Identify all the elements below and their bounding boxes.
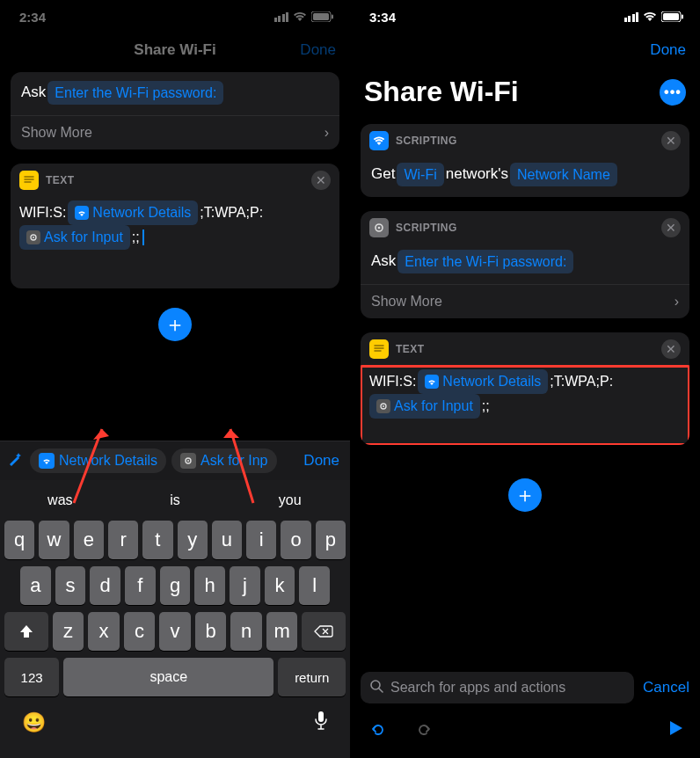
key-f[interactable]: f xyxy=(125,566,156,605)
key-q[interactable]: q xyxy=(4,521,34,559)
search-input[interactable]: Search for apps and actions xyxy=(361,672,634,703)
undo-button[interactable] xyxy=(366,718,390,742)
network-details-token[interactable]: Network Details xyxy=(68,200,198,225)
key-return[interactable]: return xyxy=(278,658,346,696)
text-card[interactable]: TEXT ✕ WIFI:S: Network Details ;T:WPA;P:… xyxy=(361,332,689,445)
ask-label: Ask xyxy=(371,251,396,273)
key-shift[interactable] xyxy=(4,612,48,651)
text-card[interactable]: TEXT ✕ WIFI:S: Network Details ;T:WPA;P:… xyxy=(11,164,339,288)
mic-icon[interactable] xyxy=(314,711,328,735)
ask-prompt-token[interactable]: Enter the Wi-Fi password: xyxy=(47,81,223,105)
redo-button[interactable] xyxy=(412,718,436,742)
wifi-badge-icon xyxy=(369,131,389,150)
wifi-icon xyxy=(75,206,89,220)
gear-badge-icon xyxy=(369,218,389,237)
wifi-token[interactable]: Wi-Fi xyxy=(397,163,443,186)
key-backspace[interactable] xyxy=(302,612,346,651)
key-p[interactable]: p xyxy=(316,521,346,559)
key-w[interactable]: w xyxy=(39,521,69,559)
key-j[interactable]: j xyxy=(230,566,260,605)
ask-label: Ask xyxy=(21,82,46,104)
add-action-button[interactable]: ＋ xyxy=(508,478,542,512)
left-phone: 2:34 Share Wi-Fi Done Ask Enter the Wi-F… xyxy=(0,0,350,758)
ask-for-input-token[interactable]: Ask for Input xyxy=(369,394,480,419)
keyboard-done-button[interactable]: Done xyxy=(303,452,345,470)
ask-prompt-token[interactable]: Enter the Wi-Fi password: xyxy=(397,250,573,273)
key-o[interactable]: o xyxy=(281,521,310,559)
key-d[interactable]: d xyxy=(90,566,120,605)
close-icon[interactable]: ✕ xyxy=(661,339,681,359)
key-z[interactable]: z xyxy=(53,612,84,651)
nav-header: Share Wi-Fi Done xyxy=(0,30,350,70)
network-name-token[interactable]: Network Name xyxy=(510,163,617,186)
status-bar: 3:34 xyxy=(350,0,700,30)
text-card-body[interactable]: WIFI:S: Network Details ;T:WPA;P: Ask fo… xyxy=(11,197,339,288)
suggestion-1[interactable]: was xyxy=(3,492,118,508)
key-a[interactable]: a xyxy=(20,566,51,605)
key-s[interactable]: s xyxy=(55,566,86,605)
key-i[interactable]: i xyxy=(246,521,276,559)
wifi-icon xyxy=(643,11,657,22)
card-label: SCRIPTING xyxy=(396,222,457,234)
svg-point-6 xyxy=(187,460,189,462)
key-123[interactable]: 123 xyxy=(4,658,59,696)
magic-wand-icon[interactable] xyxy=(5,451,25,470)
key-m[interactable]: m xyxy=(266,612,298,651)
text-card-label: TEXT xyxy=(396,343,425,355)
ask-for-input-token[interactable]: Ask for Input xyxy=(19,225,130,250)
wifi-icon xyxy=(425,375,439,389)
page-title: Share Wi-Fi xyxy=(134,41,215,59)
svg-point-18 xyxy=(383,405,384,407)
key-c[interactable]: c xyxy=(124,612,156,651)
close-icon[interactable]: ✕ xyxy=(661,218,681,237)
key-space[interactable]: space xyxy=(63,658,273,696)
suggestion-2[interactable]: is xyxy=(118,492,233,508)
key-x[interactable]: x xyxy=(88,612,120,651)
network-details-token[interactable]: Network Details xyxy=(418,369,548,394)
text-badge-icon xyxy=(19,171,39,190)
key-r[interactable]: r xyxy=(108,521,138,559)
key-l[interactable]: l xyxy=(299,566,330,605)
more-menu-button[interactable]: ••• xyxy=(660,79,686,106)
scripting-card-wifi[interactable]: SCRIPTING ✕ Get Wi-Fi network's Network … xyxy=(361,124,689,197)
show-more-row[interactable]: Show More › xyxy=(11,115,339,149)
key-k[interactable]: k xyxy=(265,566,295,605)
svg-rect-2 xyxy=(332,15,333,19)
battery-icon xyxy=(661,11,684,22)
status-icons xyxy=(274,11,335,22)
gear-icon xyxy=(180,453,196,469)
close-icon[interactable]: ✕ xyxy=(661,131,681,150)
key-y[interactable]: y xyxy=(178,521,208,559)
cancel-button[interactable]: Cancel xyxy=(643,679,689,696)
key-v[interactable]: v xyxy=(159,612,191,651)
right-phone: 3:34 Done Share Wi-Fi ••• SCRIPTING ✕ Ge… xyxy=(350,0,700,758)
key-u[interactable]: u xyxy=(212,521,242,559)
done-button[interactable]: Done xyxy=(300,41,336,59)
svg-point-4 xyxy=(33,237,34,238)
var-pill-ask-for-input[interactable]: Ask for Inp xyxy=(171,448,276,473)
suggestion-3[interactable]: you xyxy=(232,492,347,508)
show-more-row[interactable]: Show More › xyxy=(361,284,689,318)
search-icon xyxy=(369,679,383,696)
add-action-button[interactable]: ＋ xyxy=(158,308,192,341)
status-icons xyxy=(624,11,685,22)
key-e[interactable]: e xyxy=(74,521,104,559)
wifi-icon xyxy=(39,453,55,469)
key-t[interactable]: t xyxy=(142,521,172,559)
status-bar: 2:34 xyxy=(0,0,350,30)
status-time: 2:34 xyxy=(19,10,46,25)
done-button[interactable]: Done xyxy=(650,41,686,59)
scripting-card-ask[interactable]: SCRIPTING ✕ Ask Enter the Wi-Fi password… xyxy=(361,211,689,318)
emoji-icon[interactable]: 😀 xyxy=(22,711,46,734)
key-n[interactable]: n xyxy=(230,612,262,651)
toolbar xyxy=(350,711,700,758)
key-b[interactable]: b xyxy=(195,612,227,651)
close-icon[interactable]: ✕ xyxy=(311,171,331,190)
ask-card[interactable]: Ask Enter the Wi-Fi password: Show More … xyxy=(11,72,339,149)
key-g[interactable]: g xyxy=(160,566,191,605)
text-card-body[interactable]: WIFI:S: Network Details ;T:WPA;P: Ask fo… xyxy=(361,366,689,445)
play-button[interactable] xyxy=(667,719,684,740)
var-pill-network-details[interactable]: Network Details xyxy=(30,448,166,473)
nav-header: Done xyxy=(350,30,700,70)
key-h[interactable]: h xyxy=(194,566,225,605)
